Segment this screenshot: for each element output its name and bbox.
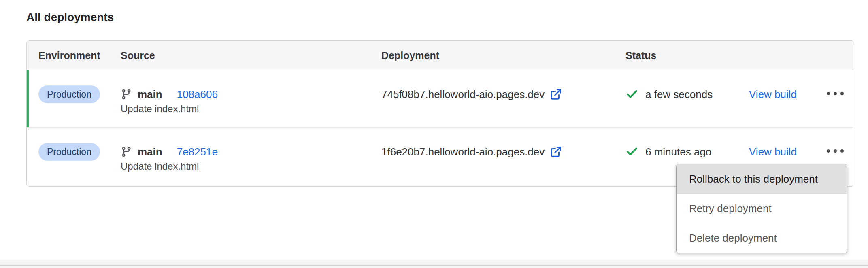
commit-link[interactable]: 108a606 <box>177 88 218 101</box>
source-cell: main 7e8251e <box>121 143 218 161</box>
deployment-url-link[interactable]: 1f6e20b7.helloworld-aio.pages.dev <box>381 146 562 158</box>
deployment-cell: 745f08b7.helloworld-aio.pages.dev <box>381 85 562 103</box>
page-title: All deployments <box>26 11 114 24</box>
external-link-icon <box>550 146 562 158</box>
ellipsis-dot <box>840 92 844 95</box>
status-time: 6 minutes ago <box>645 146 711 158</box>
column-header-deployment: Deployment <box>381 49 439 61</box>
environment-badge: Production <box>38 85 100 103</box>
status-cell: 6 minutes ago <box>625 143 711 161</box>
commit-link[interactable]: 7e8251e <box>177 146 218 158</box>
overflow-menu-button[interactable] <box>823 88 848 99</box>
branch-name: main <box>138 146 162 158</box>
ellipsis-dot <box>827 149 830 153</box>
divider-line <box>0 265 868 266</box>
environment-badge: Production <box>38 143 100 161</box>
check-icon <box>625 88 638 101</box>
status-cell: a few seconds <box>625 85 713 103</box>
view-build-link[interactable]: View build <box>749 85 797 103</box>
deployment-cell: 1f6e20b7.helloworld-aio.pages.dev <box>381 143 562 161</box>
git-branch-icon <box>121 146 132 157</box>
deployment-context-menu: Rollback to this deployment Retry deploy… <box>676 164 847 253</box>
deployment-url-link[interactable]: 745f08b7.helloworld-aio.pages.dev <box>381 88 562 101</box>
git-branch-icon <box>121 89 132 100</box>
bottom-section-divider <box>0 260 868 268</box>
table-header-row: Environment Source Deployment Status <box>27 41 854 70</box>
menu-item-retry[interactable]: Retry deployment <box>677 194 847 223</box>
ellipsis-dot <box>827 92 830 95</box>
column-header-source: Source <box>121 49 155 61</box>
status-time: a few seconds <box>645 88 713 101</box>
column-header-environment: Environment <box>38 49 100 61</box>
menu-item-rollback[interactable]: Rollback to this deployment <box>677 164 847 194</box>
check-icon <box>625 145 638 158</box>
commit-message: Update index.html <box>121 103 199 115</box>
ellipsis-dot <box>840 149 844 153</box>
commit-message: Update index.html <box>121 161 199 172</box>
table-row: Production main 108a606 Update index.htm… <box>27 70 854 128</box>
branch-name: main <box>138 88 162 101</box>
external-link-icon <box>550 88 562 100</box>
active-deployment-indicator <box>27 70 29 127</box>
ellipsis-dot <box>834 149 837 153</box>
column-header-status: Status <box>625 49 656 61</box>
menu-item-delete[interactable]: Delete deployment <box>677 223 847 253</box>
view-build-link[interactable]: View build <box>749 143 797 161</box>
deployment-url: 745f08b7.helloworld-aio.pages.dev <box>381 88 545 101</box>
ellipsis-dot <box>834 92 837 95</box>
overflow-menu-button[interactable] <box>823 145 848 157</box>
source-cell: main 108a606 <box>121 85 218 103</box>
deployment-url: 1f6e20b7.helloworld-aio.pages.dev <box>381 146 545 158</box>
